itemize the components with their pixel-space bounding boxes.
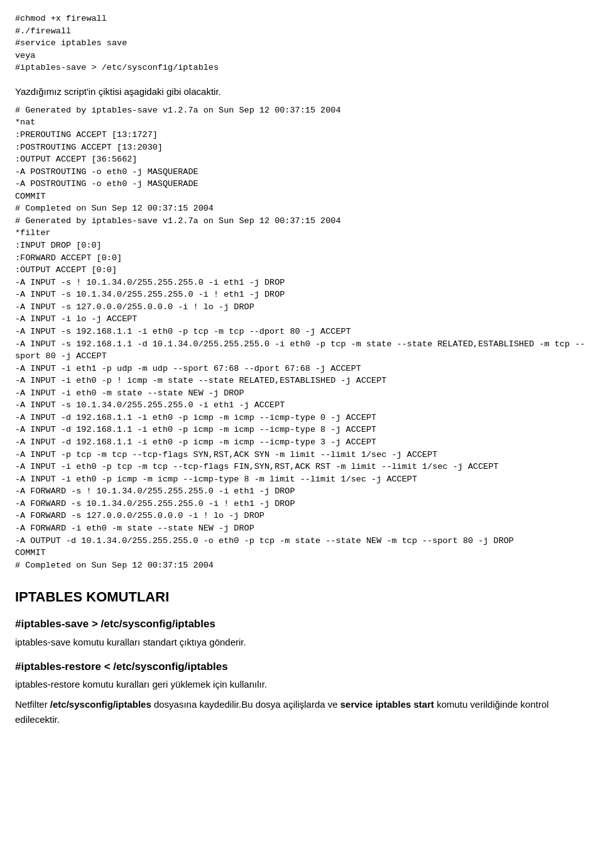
footer-text-1: Netfilter (15, 699, 50, 710)
footer-text-2: dosyasına kaydedilir.Bu dosya açilişlard… (151, 699, 340, 710)
footer-bold-3: start (414, 699, 435, 710)
subsection1-heading: #iptables-save > /etc/sysconfig/iptables (15, 616, 588, 632)
main-code-block: # Generated by iptables-save v1.2.7a on … (15, 104, 588, 571)
subsection1-text: iptables-save komutu kuralları standart … (15, 635, 588, 650)
section-heading: IPTABLES KOMUTLARI (15, 586, 588, 607)
footer-paragraph: Netfilter /etc/sysconfig/iptables dosyas… (15, 697, 588, 727)
footer-bold-2: service iptables (340, 699, 411, 710)
intro-text: Yazdığımız script'in çiktisi aşagidaki g… (15, 84, 588, 99)
subsection2-text: iptables-restore komutu kuralları geri y… (15, 677, 588, 692)
footer-bold-1: /etc/sysconfig/iptables (50, 699, 151, 710)
intro-code-block: #chmod +x firewall #./firewall #service … (15, 13, 588, 74)
subsection2-heading: #iptables-restore < /etc/sysconfig/iptab… (15, 659, 588, 675)
